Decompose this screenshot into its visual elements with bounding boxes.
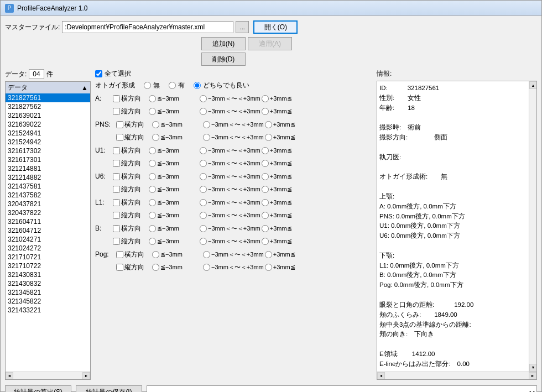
chin-yes[interactable]: 有 [169, 81, 185, 90]
info-label: 情報: [377, 69, 537, 79]
list-item[interactable]: 321345821 [6, 288, 90, 297]
list-item[interactable]: 320437822 [6, 208, 90, 217]
list-item[interactable]: 321827562 [6, 102, 90, 111]
action-row: 追加(N) 適用(A) [201, 37, 537, 50]
open-button[interactable]: 開く(O) [253, 20, 298, 34]
filter-section-U1: U1: 横方向 ≦−3mm −3mm＜〜＜+3mm +3mm≦ [95, 144, 372, 169]
select-all-label: 全て選択 [105, 69, 131, 79]
dir-checkbox-A-h: 横方向 [113, 94, 149, 103]
list-item[interactable]: 321437582 [6, 191, 90, 200]
filter-section-U6: U6: 横方向 ≦−3mm −3mm＜〜＜+3mm +3mm≦ [95, 170, 372, 195]
list-item[interactable]: 321437581 [6, 182, 90, 191]
info-scroll-container: ID: 321827561 性別: 女性 年齢: 18 撮影時: 術前 撮影方向… [377, 81, 537, 380]
list-item[interactable]: 321214881 [6, 164, 90, 173]
chin-none[interactable]: 無 [144, 81, 160, 90]
checkbox-B-v[interactable] [113, 238, 120, 245]
list-item[interactable]: 321345822 [6, 297, 90, 306]
content-area: マスターファイル: ... 開く(O) 追加(N) 適用(A) 削除(D) デー… [1, 16, 541, 392]
checkbox-L1-h[interactable] [113, 199, 120, 206]
checkbox-PNS-h[interactable] [116, 121, 123, 128]
filter-section-Pog: Pog: 横方向 ≦−3mm −3mm＜〜＜+3mm +3mm≦ [95, 248, 372, 273]
add-button[interactable]: 追加(N) [201, 37, 246, 50]
list-item[interactable]: 320437821 [6, 200, 90, 208]
radio-options-A-v: ≦−3mm −3mm＜〜＜+3mm +3mm≦ [149, 107, 372, 116]
data-count: 04 [29, 69, 44, 79]
data-list-container: データ ▲ 3218275613218275623216390213216390… [5, 81, 91, 380]
filter-row-A-v: 縦方向 ≦−3mm −3mm＜〜＜+3mm +3mm≦ [95, 105, 372, 117]
scroll-left-btn[interactable]: ◄ [6, 372, 13, 380]
info-text: ID: 321827561 性別: 女性 年齢: 18 撮影時: 術前 撮影方向… [379, 83, 527, 369]
list-scrollbar-h: ◄ ► [6, 372, 90, 379]
checkbox-Pog-v[interactable] [116, 264, 123, 271]
info-scrollbar-h: ◄ ► [377, 372, 536, 379]
list-scroll[interactable]: 3218275613218275623216390213216390223215… [6, 93, 90, 372]
list-scroll-up[interactable]: ▲ [81, 84, 88, 92]
middle-panel: 全て選択 オトガイ形成 無 有 どちらでも良い [95, 69, 372, 380]
info-content: ID: 321827561 性別: 女性 年齢: 18 撮影時: 術前 撮影方向… [377, 81, 529, 372]
main-area: データ: 04 件 データ ▲ 321827561321827562321639… [5, 69, 537, 380]
list-item[interactable]: 321433221 [6, 306, 90, 315]
list-item[interactable]: 321604712 [6, 226, 90, 235]
list-item[interactable]: 321214882 [6, 173, 90, 182]
list-item[interactable]: 321604711 [6, 217, 90, 226]
apply-button[interactable]: 適用(A) [248, 37, 292, 50]
filter-grid: A: 横方向 ≦−3mm −3mm＜〜＜+3mm +3mm≦ [95, 92, 372, 380]
select-all-checkbox[interactable] [95, 70, 102, 77]
list-item[interactable]: 321617301 [6, 155, 90, 164]
info-scroll-left-btn[interactable]: ◄ [377, 372, 385, 380]
calc-stats-button[interactable]: 統計量の算出(S) [5, 385, 71, 392]
checkbox-U6-v[interactable] [113, 186, 120, 193]
checkbox-A-v[interactable] [113, 108, 120, 115]
checkbox-A-h[interactable] [113, 95, 120, 102]
list-item[interactable]: 321710722 [6, 262, 90, 270]
filter-section-B: B: 横方向 ≦−3mm −3mm＜〜＜+3mm +3mm≦ [95, 222, 372, 247]
info-scroll-right-btn[interactable]: ► [529, 372, 536, 380]
window-title: ProfileFaceAnalyzer 1.0 [17, 4, 87, 12]
data-label: データ: [5, 70, 27, 79]
stats-dropdown[interactable] [147, 385, 537, 392]
filter-section-L1: L1: 横方向 ≦−3mm −3mm＜〜＜+3mm +3mm≦ [95, 196, 372, 221]
chin-row: オトガイ形成 無 有 どちらでも良い [95, 81, 372, 90]
filter-section-PNS: PNS: 横方向 ≦−3mm −3mm＜〜＜+3mm +3mm≦ [95, 118, 372, 143]
list-item[interactable]: 321524942 [6, 138, 90, 147]
checkbox-U6-h[interactable] [113, 173, 120, 180]
list-item[interactable]: 321024272 [6, 244, 90, 253]
info-scroll-down-btn[interactable]: ▼ [529, 364, 536, 372]
list-item[interactable]: 321639022 [6, 120, 90, 129]
list-item[interactable]: 321430832 [6, 279, 90, 288]
checkbox-Pog-h[interactable] [116, 251, 123, 258]
master-file-input[interactable] [62, 21, 233, 33]
master-file-label: マスターファイル: [5, 23, 60, 32]
chin-either[interactable]: どちらでも良い [194, 81, 249, 90]
data-unit: 件 [46, 70, 53, 79]
checkbox-L1-v[interactable] [113, 212, 120, 219]
checkbox-U1-h[interactable] [113, 147, 120, 154]
list-item[interactable]: 321524941 [6, 129, 90, 138]
list-item[interactable]: 321639021 [6, 111, 90, 120]
bottom-bar: 統計量の算出(S) 統計量の保存(I) [5, 383, 537, 392]
point-label-PNS: PNS: [95, 121, 116, 128]
radio-options-A-h: ≦−3mm −3mm＜〜＜+3mm +3mm≦ [149, 95, 372, 103]
filter-row-A-h: A: 横方向 ≦−3mm −3mm＜〜＜+3mm +3mm≦ [95, 92, 372, 104]
list-item[interactable]: 321710721 [6, 253, 90, 262]
checkbox-U1-v[interactable] [113, 160, 120, 167]
chin-label: オトガイ形成 [95, 81, 139, 90]
info-scroll-up-btn[interactable]: ▲ [529, 81, 536, 89]
right-panel: 情報: ID: 321827561 性別: 女性 年齢: 18 撮影時: 術前 … [377, 69, 537, 380]
list-item[interactable]: 321827561 [6, 93, 90, 102]
list-item[interactable]: 321617302 [6, 147, 90, 155]
list-item[interactable]: 321024271 [6, 235, 90, 244]
scroll-right-btn[interactable]: ► [82, 372, 90, 380]
browse-button[interactable]: ... [236, 21, 249, 33]
checkbox-PNS-v[interactable] [116, 134, 123, 141]
dir-checkbox-A-v: 縦方向 [113, 107, 149, 116]
delete-button[interactable]: 削除(D) [201, 53, 246, 66]
select-all-row: 全て選択 [95, 69, 372, 79]
list-header-label: データ [8, 83, 28, 92]
list-header: データ ▲ [6, 82, 90, 93]
list-item[interactable]: 321430831 [6, 270, 90, 279]
dir-checkbox-PNS-h: 横方向 [116, 120, 152, 129]
delete-row: 削除(D) [201, 53, 537, 66]
checkbox-B-h[interactable] [113, 225, 120, 232]
save-stats-button[interactable]: 統計量の保存(I) [76, 385, 142, 392]
